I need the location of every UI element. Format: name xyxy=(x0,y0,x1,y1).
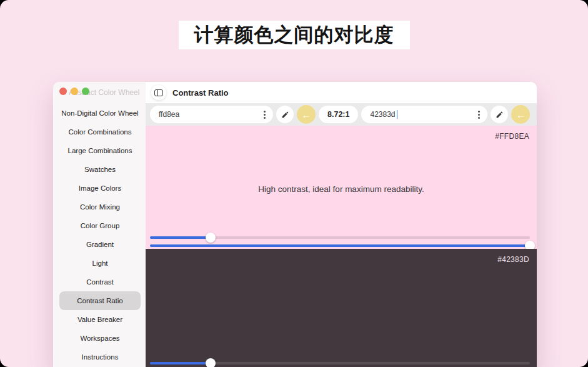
main-content: Contrast Ratio ffd8ea ← xyxy=(146,82,537,367)
app-window: Abstract Color Wheel Non-Digital Color W… xyxy=(53,82,537,367)
minimize-button[interactable] xyxy=(71,88,78,95)
background-slider-1[interactable] xyxy=(150,358,530,367)
sidebar-item-gradient[interactable]: Gradient xyxy=(59,235,141,254)
sidebar-item-swatches[interactable]: Swatches xyxy=(59,160,141,179)
contrast-ratio-value: 8.72:1 xyxy=(319,106,358,123)
sidebar-nav: Non-Digital Color Wheel Color Combinatio… xyxy=(53,82,146,366)
close-button[interactable] xyxy=(59,88,67,95)
foreground-color-input[interactable]: ffd8ea xyxy=(150,106,273,123)
left-arrow-icon: ← xyxy=(516,109,526,120)
pencil-icon xyxy=(281,111,289,119)
sidebar-item-instructions[interactable]: Instructions xyxy=(59,348,141,366)
sidebar-item-contrast[interactable]: Contrast xyxy=(59,273,141,291)
sidebar: Abstract Color Wheel Non-Digital Color W… xyxy=(53,82,146,367)
more-options-icon[interactable] xyxy=(264,114,266,116)
foreground-color-value: ffd8ea xyxy=(159,110,179,119)
foreground-color-panel: #FFD8EA High contrast, ideal for maximum… xyxy=(146,126,537,249)
background-eyedropper-button[interactable] xyxy=(491,106,508,123)
window-controls xyxy=(59,88,89,95)
foreground-apply-button[interactable]: ← xyxy=(297,105,316,124)
page-background: 计算颜色之间的对比度 Abstract Color Wheel Non-Digi… xyxy=(0,0,588,367)
foreground-hex-label: #FFD8EA xyxy=(495,132,529,141)
background-color-input[interactable]: 42383d xyxy=(361,106,487,123)
toolbar: ffd8ea ← 8.72:1 42383d xyxy=(146,103,537,126)
pencil-icon xyxy=(496,111,504,119)
background-color-value: 42383d xyxy=(370,110,395,119)
sidebar-item-value-breaker[interactable]: Value Breaker xyxy=(59,310,141,329)
foreground-eyedropper-button[interactable] xyxy=(276,106,294,123)
text-cursor xyxy=(397,110,398,119)
sidebar-item-non-digital-color-wheel[interactable]: Non-Digital Color Wheel xyxy=(59,104,141,123)
zoom-button[interactable] xyxy=(82,88,89,95)
more-options-icon[interactable] xyxy=(478,114,480,116)
contrast-message: High contrast, ideal for maximum readabi… xyxy=(146,184,537,194)
sidebar-item-color-combinations[interactable]: Color Combinations xyxy=(59,123,141,141)
sidebar-item-color-group[interactable]: Color Group xyxy=(59,216,141,235)
sidebar-item-contrast-ratio[interactable]: Contrast Ratio xyxy=(59,291,141,310)
sidebar-item-light[interactable]: Light xyxy=(59,254,141,273)
content-header: Contrast Ratio xyxy=(146,82,537,103)
sidebar-item-color-mixing[interactable]: Color Mixing xyxy=(59,198,141,216)
left-arrow-icon: ← xyxy=(302,109,311,120)
background-color-panel: #42383D xyxy=(146,249,537,367)
background-hex-label: #42383D xyxy=(497,255,529,264)
page-title: 计算颜色之间的对比度 xyxy=(179,21,410,49)
sidebar-item-workspaces[interactable]: Workspaces xyxy=(59,329,141,348)
slider-fill xyxy=(150,362,211,364)
sidebar-toggle-button[interactable] xyxy=(151,85,166,100)
sidebar-icon xyxy=(154,89,163,96)
background-apply-button[interactable]: ← xyxy=(511,105,530,124)
content-title: Contrast Ratio xyxy=(172,88,229,98)
sidebar-item-image-colors[interactable]: Image Colors xyxy=(59,179,141,198)
sidebar-item-large-combinations[interactable]: Large Combinations xyxy=(59,141,141,160)
slider-fill xyxy=(150,244,530,247)
slider-thumb[interactable] xyxy=(206,358,216,367)
slider-fill xyxy=(150,236,211,239)
